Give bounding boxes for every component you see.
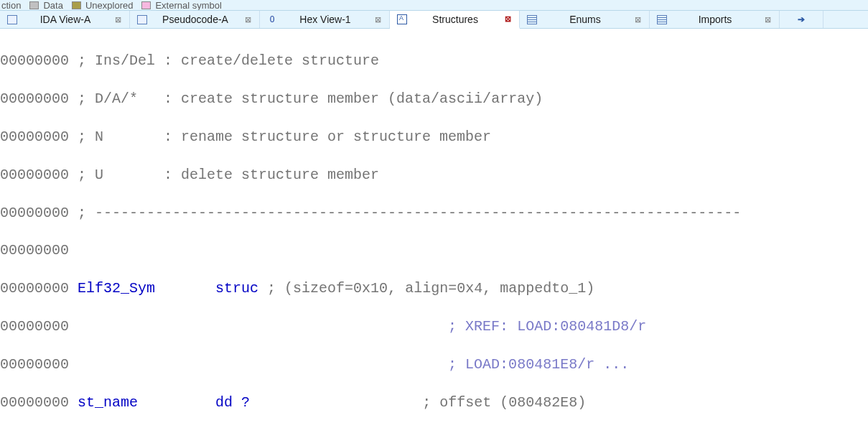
legend-swatch-external: [141, 1, 151, 9]
code-line: 00000000 Elf32_Sym struc ; (sizeof=0x10,…: [0, 279, 868, 298]
legend-swatch-unexplored: [72, 1, 81, 9]
imports-icon: [657, 14, 667, 24]
tab-structures[interactable]: Structures ⊠: [390, 11, 520, 29]
code-line: 00000000 ; Ins/Del : create/delete struc…: [0, 52, 868, 70]
code-line: 00000000 ; LOAD:080481E8/r ...: [0, 355, 868, 374]
tab-strip: IDA View-A ⊠ Pseudocode-A ⊠ O Hex View-1…: [0, 11, 868, 29]
structures-view[interactable]: 00000000 ; Ins/Del : create/delete struc…: [0, 29, 868, 433]
legend-label-unexplored: Unexplored: [85, 0, 134, 11]
tab-enums[interactable]: Enums ⊠: [520, 11, 650, 28]
close-icon[interactable]: ⊠: [763, 15, 772, 24]
tab-label: Pseudocode-A: [153, 14, 238, 25]
close-icon[interactable]: ⊠: [633, 15, 642, 24]
close-icon[interactable]: ⊠: [373, 15, 382, 24]
legend-label-data: Data: [43, 0, 62, 11]
tab-label: IDA View-A: [23, 14, 108, 25]
code-line: 00000000 ; D/A/* : create structure memb…: [0, 90, 868, 108]
code-line: 00000000 ; N : rename structure or struc…: [0, 128, 868, 146]
ida-view-icon: [7, 14, 17, 24]
legend-strip: ction Data Unexplored External symbol: [0, 0, 868, 11]
close-icon[interactable]: ⊠: [113, 15, 122, 24]
tab-overflow[interactable]: ➔: [780, 11, 823, 28]
code-line: 00000000: [0, 241, 868, 260]
legend-label-external: External symbol: [155, 0, 221, 11]
code-line: 00000000 ; -----------------------------…: [0, 204, 868, 223]
tab-imports[interactable]: Imports ⊠: [650, 11, 780, 28]
tab-label: Imports: [673, 14, 757, 25]
code-line: 00000000 ; XREF: LOAD:080481D8/r: [0, 317, 868, 336]
tab-hex-view[interactable]: O Hex View-1 ⊠: [260, 11, 390, 28]
overflow-icon: ➔: [796, 14, 806, 24]
tab-label: Hex View-1: [283, 14, 368, 25]
tab-label: Structures: [413, 14, 498, 25]
legend-swatch-data: [29, 1, 39, 9]
hex-view-icon: O: [267, 14, 277, 24]
tab-label: Enums: [543, 14, 627, 25]
tab-pseudocode[interactable]: Pseudocode-A ⊠: [130, 11, 260, 28]
enums-icon: [527, 14, 537, 24]
legend-text-function: ction: [1, 0, 21, 11]
code-line: 00000000 st_name dd ? ; offset (080482E8…: [0, 394, 868, 412]
tab-ida-view[interactable]: IDA View-A ⊠: [0, 11, 130, 28]
close-icon[interactable]: ⊠: [503, 15, 512, 24]
code-line: 00000000 ; U : delete structure member: [0, 166, 868, 185]
structures-icon: [397, 14, 407, 24]
close-icon[interactable]: ⊠: [243, 15, 252, 24]
pseudocode-icon: [137, 14, 147, 24]
